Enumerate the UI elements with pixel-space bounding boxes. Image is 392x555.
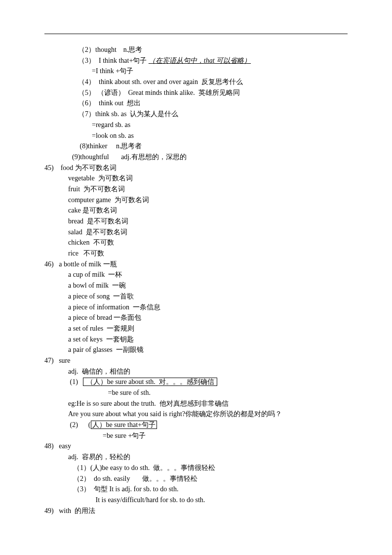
text-line: (9)thoughtful adj.有思想的，深思的 [72, 152, 348, 163]
text-line: a piece of information 一条信息 [68, 302, 348, 313]
text-line: eg:He is so sure about the truth. 他对真想感到… [68, 398, 348, 409]
text-line: a piece of song 一首歌 [68, 291, 348, 302]
text-line: fruit 为不可数名词 [68, 184, 348, 195]
text-line: It is easy/difficult/hard for sb. to do … [73, 495, 348, 506]
text-line: （3） 句型 It is adj. for sb. to do sth. [73, 484, 348, 495]
text-line: bread 是不可数名词 [68, 216, 348, 227]
text-line: =regard sb. as [78, 120, 348, 130]
text-line: =be sure of sth. [68, 387, 348, 398]
text-line: a bowl of milk 一碗 [68, 280, 348, 291]
text-line: (8)thinker n.思考者 [78, 141, 348, 152]
text-line: adj. 容易的，轻松的 [68, 452, 348, 463]
text-line: （5） （谚语） Great minds think alike. 英雄所见略同 [78, 87, 348, 98]
boxed-text: 人）be sure that+句子 [91, 421, 157, 429]
underlined-text: （在宾语从句中，that 可以省略） [149, 57, 251, 64]
text-line: computer game 为可数名词 [68, 195, 348, 206]
text-line: a set of keys 一套钥匙 [68, 334, 348, 345]
text-line: cake 是可数名词 [68, 205, 348, 216]
text-line: (1) （人）be sure about sth. 对。。。感到确信 [68, 377, 348, 387]
text-line: Are you sure about what you said is righ… [68, 409, 348, 420]
boxed-text: （人）be sure about sth. 对。。。感到确信 [83, 378, 217, 386]
text-fragment: (2) ( [68, 421, 91, 428]
section-heading: 46) a bottle of milk 一瓶 [44, 259, 348, 270]
text-fragment: (1) [68, 378, 83, 385]
text-line: =I think +句子 [78, 66, 348, 77]
text-line: （2）thought n.思考 [78, 44, 348, 55]
text-line: （6） think out 想出 [78, 98, 348, 109]
text-line: rice 不可数 [68, 248, 348, 259]
text-line: （7）think sb. as 认为某人是什么 [78, 109, 348, 120]
document-content: （2）thought n.思考 （3） I think that+句子 （在宾语… [58, 44, 348, 516]
text-line: （4） think about sth. over and over again… [78, 77, 348, 87]
section-heading: 49) with 的用法 [44, 506, 348, 516]
text-line: a set of rules 一套规则 [68, 323, 348, 334]
text-line: chicken 不可数 [68, 237, 348, 248]
text-line: （3） I think that+句子 （在宾语从句中，that 可以省略） [78, 55, 348, 66]
text-fragment: （3） I think that+句子 [78, 57, 149, 64]
section-heading: 48) easy [44, 441, 348, 452]
text-line: =look on sb. as [78, 130, 348, 141]
text-line: (2) (人）be sure that+句子 [68, 420, 348, 430]
document-page: （2）thought n.思考 （3） I think that+句子 （在宾语… [0, 0, 392, 555]
text-line: （2） do sth. easily 做。。。事情轻松 [73, 473, 348, 484]
text-line: vegetable 为可数名词 [68, 173, 348, 184]
section-heading: 47) sure [44, 355, 348, 366]
text-line: =be sure +句子 [68, 430, 348, 441]
text-line: a piece of bread 一条面包 [68, 312, 348, 323]
text-line: a pair of glasses 一副眼镜 [68, 344, 348, 355]
text-line: a cup of milk 一杯 [68, 269, 348, 280]
text-line: salad 是不可数名词 [68, 227, 348, 238]
header-rule [44, 34, 348, 34]
text-line: （1）(人)be easy to do sth. 做。。。事情很轻松 [73, 463, 348, 473]
text-line: adj. 确信的，相信的 [68, 366, 348, 377]
section-heading: 45) food 为不可数名词 [44, 163, 348, 173]
